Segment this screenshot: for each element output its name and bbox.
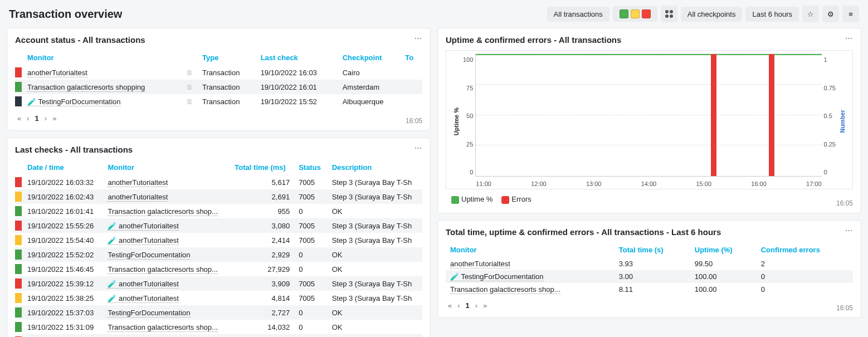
col-type[interactable]: Type xyxy=(198,50,256,65)
status-filter-button[interactable] xyxy=(613,6,657,22)
layout-grid-button[interactable] xyxy=(661,6,677,22)
col-uptime[interactable]: Uptime (%) xyxy=(690,242,757,257)
cell-description: Step 3 (Suraya Bay T-Sh xyxy=(328,291,422,305)
panel-menu-button[interactable]: ··· xyxy=(845,226,853,235)
col-lastcheck[interactable]: Last check xyxy=(256,50,338,65)
monitor-link[interactable]: 🧪 anotherTutorialtest xyxy=(108,294,179,303)
page-1[interactable]: 1 xyxy=(35,114,39,123)
col-monitor[interactable]: Monitor xyxy=(103,160,230,175)
table-row[interactable]: 19/10/2022 15:39:12 🧪 anotherTutorialtes… xyxy=(15,276,422,291)
status-indicator xyxy=(15,67,22,77)
col-monitor[interactable]: Monitor xyxy=(446,242,615,257)
menu-button[interactable]: ≡ xyxy=(842,6,859,22)
page-last[interactable]: » xyxy=(483,301,487,310)
table-row[interactable]: 19/10/2022 15:31:09 Transaction galactic… xyxy=(15,320,422,334)
table-row[interactable]: 19/10/2022 15:46:45 Transaction galactic… xyxy=(15,262,422,276)
chart-plot-area[interactable]: 11:0012:0013:0014:0015:0016:0017:00 xyxy=(475,54,821,177)
cell-totaltime: 3,909 xyxy=(230,276,294,291)
status-indicator xyxy=(15,221,22,231)
panel-menu-button[interactable]: ··· xyxy=(415,34,422,42)
panel-timestamp: 16:05 xyxy=(406,117,422,125)
panel-timestamp: 16:05 xyxy=(836,199,853,207)
monitor-link[interactable]: anotherTutorialtest xyxy=(27,69,87,77)
panel-menu-button[interactable]: ··· xyxy=(845,34,853,42)
table-row[interactable]: Transaction galacticresorts shopping 🗎 T… xyxy=(15,80,422,94)
monitor-link[interactable]: Transaction galacticresorts shop... xyxy=(108,265,218,274)
cell-totaltime: 2,727 xyxy=(230,305,294,320)
flask-icon: 🧪 xyxy=(27,97,38,106)
page-last[interactable]: » xyxy=(52,114,56,123)
monitor-link[interactable]: anotherTutorialtest xyxy=(450,260,510,268)
monitor-link[interactable]: Transaction galacticresorts shop... xyxy=(108,323,218,332)
table-row[interactable]: Transaction galacticresorts shop... 8.11… xyxy=(446,283,853,296)
col-totaltime[interactable]: Total time (s) xyxy=(615,242,690,257)
error-bar xyxy=(711,54,716,176)
col-errors[interactable]: Confirmed errors xyxy=(757,242,853,257)
page-1[interactable]: 1 xyxy=(466,301,470,310)
document-icon[interactable]: 🗎 xyxy=(186,69,193,77)
panel-menu-button[interactable]: ··· xyxy=(415,144,422,152)
table-row[interactable]: anotherTutorialtest 3.93 99.50 2 xyxy=(446,257,853,270)
table-row[interactable]: 19/10/2022 16:03:32 anotherTutorialtest … xyxy=(15,175,422,189)
table-row[interactable]: anotherTutorialtest 🗎 Transaction 19/10/… xyxy=(15,65,422,80)
monitor-link[interactable]: 🧪 anotherTutorialtest xyxy=(108,236,179,245)
table-row[interactable]: 19/10/2022 15:52:02 TestingForDocumentat… xyxy=(15,247,422,262)
page-first[interactable]: « xyxy=(17,114,21,123)
cell-uptime: 99.50 xyxy=(690,257,757,270)
table-row[interactable]: 🧪 TestingForDocumentation 🗎 Transaction … xyxy=(15,94,422,109)
status-indicator xyxy=(15,307,22,318)
col-datetime[interactable]: Date / time xyxy=(23,160,103,175)
page-next[interactable]: › xyxy=(475,301,477,310)
panel-title: Uptime & confirmed errors - All transact… xyxy=(446,35,853,45)
page-prev[interactable]: ‹ xyxy=(27,114,29,123)
cell-totaltime: 8.11 xyxy=(615,283,690,296)
monitor-link[interactable]: 🧪 TestingForDocumentation xyxy=(450,272,544,281)
col-status[interactable]: Status xyxy=(294,160,328,175)
page-prev[interactable]: ‹ xyxy=(457,301,460,310)
page-next[interactable]: › xyxy=(45,114,47,123)
table-row[interactable]: 19/10/2022 15:38:25 🧪 anotherTutorialtes… xyxy=(15,291,422,305)
totals-table: Monitor Total time (s) Uptime (%) Confir… xyxy=(446,242,853,296)
cell-status: 7005 xyxy=(294,233,328,247)
filter-transactions-button[interactable]: All transactions xyxy=(547,7,609,22)
document-icon[interactable]: 🗎 xyxy=(186,83,193,91)
filter-checkpoints-button[interactable]: All checkpoints xyxy=(681,7,743,22)
monitor-link[interactable]: 🧪 anotherTutorialtest xyxy=(108,280,179,289)
col-description[interactable]: Description xyxy=(328,160,422,175)
table-row[interactable]: 19/10/2022 16:02:43 anotherTutorialtest … xyxy=(15,189,422,204)
account-status-panel: Account status - All transactions ··· Mo… xyxy=(7,28,431,131)
cell-totaltime: 14,032 xyxy=(230,320,294,334)
col-monitor[interactable]: Monitor xyxy=(23,50,182,65)
cell-totaltime: 2,414 xyxy=(230,233,294,247)
settings-button[interactable]: ⚙ xyxy=(822,6,839,22)
document-icon[interactable]: 🗎 xyxy=(186,97,193,106)
table-row[interactable]: 19/10/2022 15:22:43 🧪 anotherTutorialtes… xyxy=(15,334,422,337)
table-row[interactable]: 19/10/2022 16:01:41 Transaction galactic… xyxy=(15,204,422,218)
monitor-link[interactable]: 🧪 TestingForDocumentation xyxy=(27,97,121,106)
col-checkpoint[interactable]: Checkpoint xyxy=(338,50,401,65)
monitor-link[interactable]: TestingForDocumentation xyxy=(108,251,190,260)
time-range-button[interactable]: Last 6 hours xyxy=(745,7,799,22)
legend-red-icon xyxy=(501,196,509,204)
monitor-link[interactable]: Transaction galacticresorts shop... xyxy=(108,207,218,216)
cell-datetime: 19/10/2022 16:03:32 xyxy=(23,175,103,189)
monitor-link[interactable]: Transaction galacticresorts shopping xyxy=(27,83,145,92)
status-red-icon xyxy=(642,9,651,18)
flask-icon: 🧪 xyxy=(450,272,461,281)
col-totaltime[interactable]: Total time (ms) xyxy=(230,160,294,175)
monitor-link[interactable]: anotherTutorialtest xyxy=(108,178,168,187)
favorite-button[interactable]: ☆ xyxy=(802,6,819,22)
status-indicator xyxy=(15,192,22,202)
monitor-link[interactable]: anotherTutorialtest xyxy=(108,193,168,202)
monitor-link[interactable]: 🧪 anotherTutorialtest xyxy=(108,222,179,231)
col-total[interactable]: To xyxy=(401,50,422,65)
table-row[interactable]: 🧪 TestingForDocumentation 3.00 100.00 0 xyxy=(446,270,853,283)
table-row[interactable]: 19/10/2022 15:55:26 🧪 anotherTutorialtes… xyxy=(15,218,422,233)
cell-totaltime: 2,691 xyxy=(230,189,294,204)
monitor-link[interactable]: TestingForDocumentation xyxy=(108,309,190,318)
monitor-link[interactable]: Transaction galacticresorts shop... xyxy=(450,285,560,294)
table-row[interactable]: 19/10/2022 15:54:40 🧪 anotherTutorialtes… xyxy=(15,233,422,247)
table-row[interactable]: 19/10/2022 15:37:03 TestingForDocumentat… xyxy=(15,305,422,320)
page-first[interactable]: « xyxy=(448,301,452,310)
star-icon: ☆ xyxy=(807,10,814,18)
